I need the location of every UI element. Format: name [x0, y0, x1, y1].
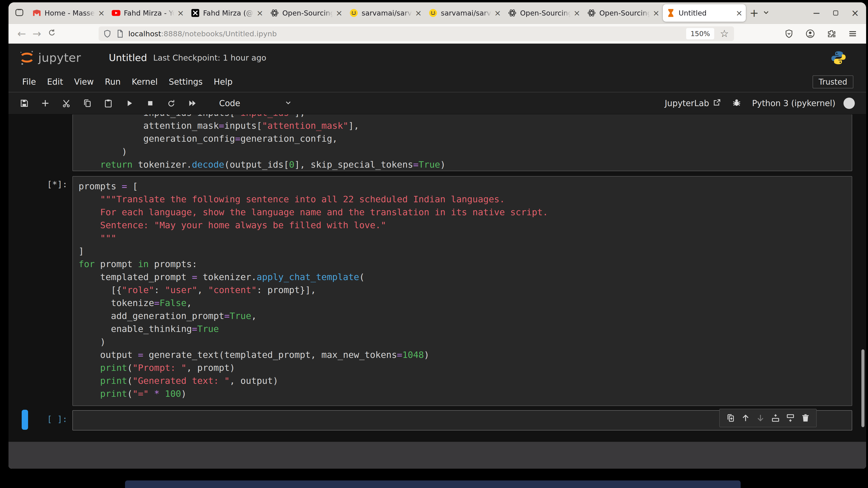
jupyterlab-label: JupyterLab: [665, 99, 709, 108]
hourglass-icon: [666, 8, 676, 18]
code-line: ): [79, 335, 852, 349]
duplicate-button[interactable]: [726, 413, 735, 423]
code-line: attention_mask=inputs["attention_mask"],: [79, 119, 852, 132]
tab-title: sarvamai/sarvam: [441, 9, 491, 17]
menu-view[interactable]: View: [74, 77, 94, 87]
notebook-area: input_ids=inputs["input_ids"], attention…: [8, 115, 866, 442]
extensions-icon[interactable]: [827, 29, 836, 39]
move-up-button[interactable]: [741, 413, 750, 423]
code-line: print("Prompt: ", prompt): [79, 361, 852, 375]
maximize-button[interactable]: [832, 9, 839, 17]
protections-icon[interactable]: [784, 29, 794, 39]
code-line: output = generate_text(templated_prompt,…: [79, 349, 852, 361]
close-window-button[interactable]: ×: [851, 8, 859, 18]
window-bottom-band: [8, 442, 866, 469]
close-tab-icon[interactable]: ×: [494, 9, 501, 17]
open-jupyterlab-link[interactable]: JupyterLab: [665, 98, 721, 108]
menu-edit[interactable]: Edit: [47, 77, 63, 87]
reload-button[interactable]: [44, 28, 59, 40]
cut-button[interactable]: [61, 98, 72, 109]
tab-home-massed-c[interactable]: Home - Massed C×: [29, 2, 108, 24]
code-line: enable_thinking=True: [79, 323, 852, 335]
openai-icon: [507, 8, 517, 18]
close-tab-icon[interactable]: ×: [415, 9, 422, 17]
code-cell-input[interactable]: input_ids=inputs["input_ids"], attention…: [72, 115, 852, 171]
run-button[interactable]: [124, 98, 135, 109]
tab-open-sourcing-sa[interactable]: Open-Sourcing Sa×: [267, 2, 346, 24]
tab-bar: Home - Massed C×Fahd Mirza - YouT×Fahd M…: [8, 2, 866, 24]
move-down-button[interactable]: [756, 413, 765, 423]
trusted-button[interactable]: Trusted: [813, 75, 854, 88]
close-tab-icon[interactable]: ×: [257, 9, 264, 17]
run-all-button[interactable]: [187, 98, 198, 109]
firefox-view-button[interactable]: [13, 6, 26, 20]
close-tab-icon[interactable]: ×: [177, 9, 184, 17]
close-tab-icon[interactable]: ×: [574, 9, 581, 17]
cell-type-dropdown[interactable]: Code: [219, 99, 240, 108]
close-tab-icon[interactable]: ×: [98, 9, 105, 17]
new-tab-button[interactable]: +: [750, 7, 759, 19]
menu-settings[interactable]: Settings: [169, 77, 203, 87]
jupyter-logo: [19, 50, 35, 66]
notebook-title[interactable]: Untitled: [109, 52, 147, 63]
tab-fahd-mirza-yout[interactable]: Fahd Mirza - YouT×: [108, 2, 187, 24]
browser-window: Home - Massed C×Fahd Mirza - YouT×Fahd M…: [8, 2, 866, 469]
menu-run[interactable]: Run: [105, 77, 121, 87]
close-tab-icon[interactable]: ×: [336, 9, 343, 17]
openai-icon: [270, 8, 279, 18]
zoom-indicator[interactable]: 150%: [686, 28, 714, 39]
tab-open-sourcing-sa[interactable]: Open-Sourcing Sa×: [584, 2, 663, 24]
add-button[interactable]: [40, 98, 51, 109]
cell-prompt-empty: [ ]:: [31, 414, 67, 424]
tab-title: sarvamai/sarvam: [362, 9, 412, 17]
address-bar[interactable]: localhost:8888/notebooks/Untitled.ipynb …: [99, 26, 734, 41]
jupyter-logo-text: jupyter: [38, 51, 81, 65]
save-button[interactable]: [19, 98, 30, 109]
tab-list-button[interactable]: [762, 8, 770, 18]
code-line: For each language, show the language nam…: [79, 206, 852, 219]
stop-button[interactable]: [145, 98, 156, 109]
tab-title: Fahd Mirza - YouT: [124, 9, 174, 17]
tab-untitled[interactable]: Untitled×: [663, 4, 746, 22]
debugger-button[interactable]: [732, 97, 742, 109]
forward-button[interactable]: →: [29, 28, 44, 40]
menu-kernel[interactable]: Kernel: [132, 77, 158, 87]
scrollbar-thumb[interactable]: [861, 349, 865, 427]
dock-sliver: [125, 481, 741, 488]
tab-sarvamai-sarvam[interactable]: sarvamai/sarvam×: [425, 2, 504, 24]
code-line: [{"role": "user", "content": prompt}],: [79, 284, 852, 297]
notebook-toolbar: Code JupyterLab Python 3 (ipykernel): [8, 92, 866, 115]
close-tab-icon[interactable]: ×: [653, 9, 660, 17]
kernel-busy-indicator: [843, 98, 855, 109]
account-icon[interactable]: [805, 29, 815, 39]
code-line: add_generation_prompt=True,: [79, 310, 852, 323]
page-info-icon[interactable]: [116, 29, 125, 38]
firefox-view-icon: [14, 8, 24, 18]
menu-file[interactable]: File: [22, 77, 36, 87]
back-button[interactable]: ←: [14, 28, 29, 40]
tab-fahd-mirza-fah[interactable]: Fahd Mirza (@fah×: [187, 2, 267, 24]
paste-button[interactable]: [103, 98, 114, 109]
menu-bar: FileEditViewRunKernelSettingsHelp Truste…: [8, 72, 866, 92]
insert-above-button[interactable]: [771, 413, 780, 423]
cell-type-chevron-icon[interactable]: [284, 99, 292, 108]
tab-open-sourcing-sa[interactable]: Open-Sourcing Sa×: [504, 2, 584, 24]
app-menu-icon[interactable]: [848, 29, 858, 39]
restart-button[interactable]: [166, 98, 177, 109]
menu-help[interactable]: Help: [214, 77, 232, 87]
close-tab-icon[interactable]: ×: [736, 9, 743, 17]
bookmark-star-icon[interactable]: ☆: [720, 29, 729, 39]
code-cell-input[interactable]: prompts = [ """Translate the following s…: [72, 176, 852, 406]
kernel-name[interactable]: Python 3 (ipykernel): [752, 99, 835, 108]
tab-title: Open-Sourcing Sa: [282, 9, 333, 17]
jupyter-header: jupyter Untitled Last Checkpoint: 1 hour…: [8, 44, 866, 72]
window-controls: − ×: [813, 8, 863, 18]
tab-title: Home - Massed C: [44, 9, 95, 17]
youtube-icon: [111, 8, 121, 18]
delete-button[interactable]: [801, 413, 810, 423]
minimize-button[interactable]: −: [813, 8, 820, 18]
code-line: ]: [79, 245, 852, 258]
insert-below-button[interactable]: [786, 413, 795, 423]
copy-button[interactable]: [82, 98, 93, 109]
tab-sarvamai-sarvam[interactable]: sarvamai/sarvam×: [346, 2, 425, 24]
